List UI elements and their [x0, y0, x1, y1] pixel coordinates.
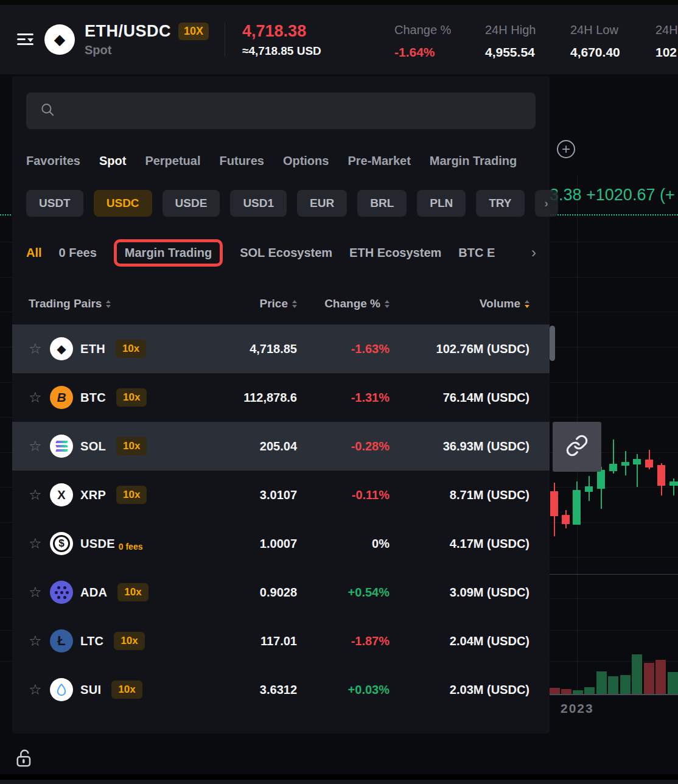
- favorite-star-icon[interactable]: ☆: [29, 632, 44, 649]
- pair-row-xrp[interactable]: ☆XXRP10x3.0107-0.11%8.71M (USDC): [12, 471, 550, 519]
- pair-row-eth[interactable]: ☆◆ETH10x4,718.85-1.63%102.76M (USDC): [12, 324, 550, 373]
- pair-change: -1.31%: [297, 391, 390, 405]
- sort-arrows-icon: [106, 300, 111, 308]
- pair-price: 0.9028: [181, 586, 297, 600]
- favorite-star-icon[interactable]: ☆: [29, 340, 44, 357]
- search-box[interactable]: [26, 93, 536, 129]
- quote-chip-eur[interactable]: EUR: [297, 190, 347, 217]
- tab-futures[interactable]: Futures: [220, 154, 264, 168]
- pair-change: 0%: [297, 537, 390, 551]
- leverage-badge: 10x: [116, 486, 147, 504]
- header-stat-label: 24H High: [485, 23, 536, 37]
- pair-symbol: SOL: [80, 439, 106, 453]
- table-header-row: Trading PairsPriceChange %Volume: [12, 291, 550, 317]
- pair-volume: 4.17M (USDC): [390, 537, 529, 551]
- scrollbar-thumb[interactable]: [550, 326, 555, 361]
- tab-perpetual[interactable]: Perpetual: [145, 154, 200, 168]
- quote-chip-pln[interactable]: PLN: [417, 190, 466, 217]
- quote-chip-usdt[interactable]: USDT: [26, 190, 83, 217]
- filter-sol-ecosystem[interactable]: SOL Ecosystem: [240, 246, 332, 260]
- column-header-label: Trading Pairs: [29, 297, 102, 310]
- quote-chip-usd1[interactable]: USD1: [230, 190, 287, 217]
- market-selector-panel: FavoritesSpotPerpetualFuturesOptionsPre-…: [12, 76, 550, 733]
- link-chart-button[interactable]: [553, 422, 601, 472]
- column-header-label: Volume: [480, 297, 520, 310]
- pair-change: -0.28%: [297, 439, 390, 453]
- tab-options[interactable]: Options: [283, 154, 329, 168]
- pair-volume: 2.04M (USDC): [390, 634, 529, 648]
- pair-symbol: SUI: [80, 683, 101, 697]
- leverage-badge: 10x: [117, 583, 148, 601]
- header-stat-label: Change %: [394, 23, 451, 37]
- filter-eth-ecosystem[interactable]: ETH Ecosystem: [349, 246, 441, 260]
- ada-logo-icon: [50, 581, 73, 604]
- column-header-volume[interactable]: Volume: [390, 297, 529, 310]
- header-stat-value: 4,670.40: [570, 45, 620, 60]
- quote-currency-chips: USDTUSDCUSDEUSD1EURBRLPLNTRY›: [26, 190, 558, 217]
- pair-row-ltc[interactable]: ☆ŁLTC10x117.01-1.87%2.04M (USDC): [12, 617, 550, 665]
- xrp-logo-icon: X: [50, 483, 73, 506]
- pair-symbol: USDE: [80, 537, 115, 551]
- quote-chip-usdc[interactable]: USDC: [94, 190, 152, 217]
- sort-arrows-icon: [292, 300, 297, 308]
- pair-row-sui[interactable]: ☆SUI10x3.6312+0.03%2.03M (USDC): [12, 665, 550, 714]
- top-edge-strip: [0, 0, 678, 5]
- search-input[interactable]: [64, 104, 490, 117]
- pair-price: 4,718.85: [181, 342, 297, 356]
- favorite-star-icon[interactable]: ☆: [29, 389, 44, 406]
- favorite-star-icon[interactable]: ☆: [29, 584, 44, 601]
- favorite-star-icon[interactable]: ☆: [29, 535, 44, 552]
- filter-all[interactable]: All: [26, 246, 42, 260]
- pair-cell: ☆BBTC10x: [29, 386, 181, 409]
- filters-more-chevron-icon[interactable]: ›: [531, 244, 536, 261]
- pair-price: 112,878.6: [181, 391, 297, 405]
- plus-circle-icon[interactable]: +: [557, 140, 575, 158]
- market-tabs: FavoritesSpotPerpetualFuturesOptionsPre-…: [26, 154, 517, 168]
- favorite-star-icon[interactable]: ☆: [29, 438, 44, 455]
- column-header-trading-pairs[interactable]: Trading Pairs: [29, 297, 181, 310]
- pair-symbol: ADA: [80, 586, 107, 600]
- pair-cell: ☆$USDE0 fees: [29, 532, 181, 555]
- tab-favorites[interactable]: Favorites: [26, 154, 80, 168]
- pair-volume: 2.03M (USDC): [390, 683, 529, 697]
- ltc-logo-icon: Ł: [50, 629, 73, 653]
- pair-row-usde[interactable]: ☆$USDE0 fees1.00070%4.17M (USDC): [12, 519, 550, 568]
- filter-margin-trading[interactable]: Margin Trading: [114, 239, 223, 267]
- pair-price: 117.01: [181, 634, 297, 648]
- eth-logo-icon: ◆: [50, 337, 73, 360]
- category-filters: All0 FeesMargin TradingSOL EcosystemETH …: [26, 236, 541, 270]
- pair-row-btc[interactable]: ☆BBTC10x112,878.6-1.31%76.14M (USDC): [12, 373, 550, 422]
- favorite-star-icon[interactable]: ☆: [29, 486, 44, 503]
- pair-cell: ☆ŁLTC10x: [29, 629, 181, 653]
- tab-margin-trading[interactable]: Margin Trading: [430, 154, 517, 168]
- pair-cell: ☆SOL10x: [29, 435, 181, 458]
- header-stat-label: 24H Low: [570, 23, 620, 37]
- tab-spot[interactable]: Spot: [99, 154, 126, 168]
- pair-change: -1.87%: [297, 634, 390, 648]
- tab-pre-market[interactable]: Pre-Market: [348, 154, 410, 168]
- filter-btc-e[interactable]: BTC E: [458, 246, 495, 260]
- column-header-label: Change %: [324, 297, 380, 310]
- quote-chip-brl[interactable]: BRL: [357, 190, 407, 217]
- quote-chip-usde[interactable]: USDE: [163, 190, 220, 217]
- instrument-header: ◆ ETH/USDC 10X Spot 4,718.38 ≈4,718.85 U…: [0, 5, 678, 74]
- pair-price: 3.6312: [181, 683, 297, 697]
- sui-logo-icon: [50, 678, 73, 701]
- favorite-star-icon[interactable]: ☆: [29, 681, 44, 698]
- header-stat-label: 24H: [655, 23, 678, 37]
- sol-logo-icon: [50, 435, 73, 458]
- column-header-label: Price: [260, 297, 288, 310]
- column-header-change-[interactable]: Change %: [297, 297, 390, 310]
- chips-more-chevron-icon[interactable]: ›: [535, 190, 558, 217]
- header-stat-value: -1.64%: [394, 45, 451, 60]
- sort-arrows-icon: [525, 300, 529, 308]
- usde-logo-icon: $: [50, 532, 73, 555]
- pair-row-ada[interactable]: ☆ADA10x0.9028+0.54%3.09M (USDC): [12, 568, 550, 617]
- quote-chip-try[interactable]: TRY: [476, 190, 524, 217]
- header-stat: 24H High4,955.54: [485, 23, 536, 60]
- column-header-price[interactable]: Price: [181, 297, 297, 310]
- unlock-icon[interactable]: [13, 745, 35, 773]
- pair-row-sol[interactable]: ☆SOL10x205.04-0.28%36.93M (USDC): [12, 422, 550, 471]
- filter-0-fees[interactable]: 0 Fees: [59, 246, 97, 260]
- leverage-badge: 10x: [116, 340, 146, 358]
